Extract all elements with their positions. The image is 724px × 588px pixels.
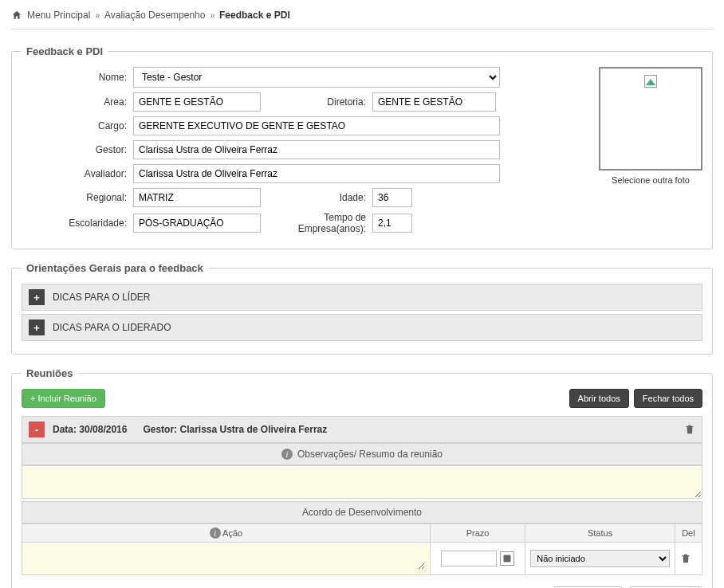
- guidance-item-leader[interactable]: + DICAS PARA O LÍDER: [22, 284, 702, 311]
- regional-field: [133, 188, 261, 207]
- profile-fieldset: Feedback e PDI Selecione outra foto Nome…: [11, 45, 713, 249]
- profile-legend: Feedback e PDI: [22, 45, 108, 57]
- label-avaliador: Avaliador:: [22, 168, 133, 179]
- meeting-info: Data: 30/08/2016 Gestor: Clarissa Ustra …: [53, 424, 676, 435]
- meetings-legend: Reuniões: [22, 367, 78, 379]
- dev-row: Não iniciado: [22, 543, 702, 575]
- home-icon[interactable]: [11, 10, 22, 21]
- photo-frame[interactable]: [599, 67, 702, 171]
- info-icon: i: [281, 449, 293, 460]
- dev-title: Acordo de Desenvolvimento: [22, 501, 702, 523]
- collapse-icon[interactable]: -: [29, 421, 45, 437]
- calendar-icon[interactable]: [500, 551, 514, 566]
- label-cargo: Cargo:: [22, 120, 133, 131]
- gestor-field: [133, 140, 500, 159]
- escolaridade-field: [133, 214, 261, 233]
- meeting-header: - Data: 30/08/2016 Gestor: Clarissa Ustr…: [22, 416, 702, 443]
- expand-icon[interactable]: +: [29, 319, 45, 335]
- label-escolaridade: Escolaridade:: [22, 218, 133, 229]
- breadcrumb-mid[interactable]: Avaliação Desempenho: [104, 10, 206, 21]
- meetings-fieldset: Reuniões + Incluir Reunião Abrir todos F…: [11, 367, 713, 588]
- guidance-legend: Orientações Gerais para o feedback: [22, 262, 208, 274]
- open-all-button[interactable]: Abrir todos: [569, 389, 629, 408]
- label-nome: Nome:: [22, 72, 133, 83]
- col-del: Del: [675, 524, 702, 543]
- obs-textarea[interactable]: [22, 465, 702, 499]
- col-prazo: Prazo: [430, 524, 525, 543]
- breadcrumb: Menu Principal » Avaliação Desempenho » …: [11, 6, 713, 29]
- label-diretoria: Diretoria:: [261, 96, 372, 108]
- avaliador-field: [133, 164, 500, 183]
- expand-icon[interactable]: +: [29, 289, 45, 305]
- broken-image-icon: [644, 75, 657, 88]
- col-status: Status: [525, 524, 675, 543]
- guidance-fieldset: Orientações Gerais para o feedback + DIC…: [11, 262, 713, 355]
- guidance-label: DICAS PARA O LÍDER: [53, 292, 150, 303]
- add-meeting-button[interactable]: + Incluir Reunião: [22, 389, 105, 408]
- label-tempo: Tempo de Empresa(anos):: [261, 212, 372, 234]
- photo-box: Selecione outra foto: [599, 67, 702, 185]
- close-all-button[interactable]: Fechar todos: [634, 389, 702, 408]
- area-field: [133, 92, 261, 112]
- label-idade: Idade:: [261, 192, 372, 203]
- idade-field: [372, 188, 412, 207]
- diretoria-field: [372, 92, 496, 112]
- chevron-icon: »: [210, 11, 214, 20]
- guidance-item-subordinate[interactable]: + DICAS PARA O LIDERADO: [22, 314, 702, 341]
- cargo-field: [133, 116, 500, 135]
- status-select[interactable]: Não iniciado: [530, 550, 670, 567]
- nome-select[interactable]: Teste - Gestor: [133, 67, 500, 88]
- label-regional: Regional:: [22, 192, 133, 203]
- breadcrumb-home[interactable]: Menu Principal: [27, 10, 90, 21]
- photo-caption[interactable]: Selecione outra foto: [599, 175, 702, 185]
- info-icon: i: [210, 527, 221, 539]
- action-textarea[interactable]: [27, 546, 425, 570]
- delete-meeting-icon[interactable]: [684, 424, 695, 435]
- label-area: Area:: [22, 96, 133, 108]
- label-gestor: Gestor:: [22, 144, 133, 155]
- tempo-field: [372, 214, 412, 233]
- prazo-input[interactable]: [441, 551, 497, 566]
- dev-table: i Ação Prazo Status Del: [22, 523, 702, 575]
- chevron-icon: »: [95, 11, 100, 20]
- guidance-label: DICAS PARA O LIDERADO: [53, 322, 171, 333]
- col-acao: i Ação: [22, 524, 431, 543]
- obs-title: i Observações/ Resumo da reunião: [22, 443, 702, 465]
- breadcrumb-current: Feedback e PDI: [219, 10, 290, 21]
- delete-row-icon[interactable]: [680, 553, 697, 564]
